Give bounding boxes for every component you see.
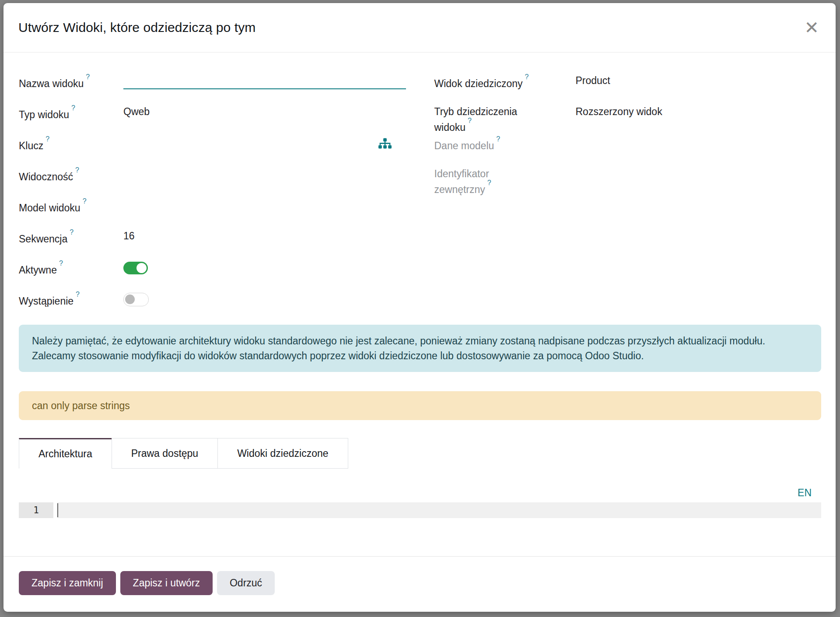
save-and-new-button[interactable]: Zapisz i utwórz bbox=[120, 571, 213, 595]
occurrence-label: Wystąpienie? bbox=[19, 291, 123, 308]
help-icon[interactable]: ? bbox=[468, 117, 472, 124]
tab-access-rights[interactable]: Prawa dostępu bbox=[112, 438, 218, 469]
field-row-inherited-view: Widok dziedziczony? Product bbox=[434, 74, 822, 105]
field-row-external-id: Identyfikator zewnętrzny? bbox=[434, 167, 822, 198]
warning-alert-text: can only parse strings bbox=[32, 400, 808, 412]
label-text: Typ widoku bbox=[19, 109, 69, 120]
field-row-view-type: Typ widoku? Qweb bbox=[19, 105, 406, 136]
tab-architecture[interactable]: Architektura bbox=[19, 438, 112, 469]
view-name-value bbox=[123, 74, 406, 89]
label-text: Sekwencja bbox=[19, 233, 67, 245]
label-text: Widoczność bbox=[19, 171, 73, 182]
dialog-title: Utwórz Widoki, które odziedziczą po tym bbox=[18, 20, 256, 35]
help-icon[interactable]: ? bbox=[59, 259, 63, 267]
key-label: Klucz? bbox=[19, 136, 123, 152]
help-icon[interactable]: ? bbox=[46, 135, 49, 143]
help-icon[interactable]: ? bbox=[487, 179, 491, 186]
model-data-value bbox=[576, 136, 822, 137]
model-data-label: Dane modelu? bbox=[434, 136, 576, 152]
view-model-value bbox=[123, 198, 406, 199]
dialog-footer: Zapisz i zamknij Zapisz i utwórz Odrzuć bbox=[4, 556, 836, 612]
toggle-knob bbox=[136, 263, 147, 273]
warning-alert: can only parse strings bbox=[19, 391, 821, 420]
field-row-inheritance-mode: Tryb dziedziczenia widoku? Rozszerzony w… bbox=[434, 105, 822, 136]
visibility-label: Widoczność? bbox=[19, 167, 123, 183]
help-icon[interactable]: ? bbox=[71, 104, 75, 112]
inheritance-mode-label: Tryb dziedziczenia widoku? bbox=[434, 105, 576, 134]
discard-button[interactable]: Odrzuć bbox=[217, 571, 275, 595]
inheritance-mode-value[interactable]: Rozszerzony widok bbox=[576, 105, 822, 118]
field-row-occurrence: Wystąpienie? bbox=[19, 291, 406, 322]
label-text: Identyfikator zewnętrzny bbox=[434, 168, 489, 195]
visibility-value bbox=[123, 167, 406, 168]
field-row-view-model: Model widoku? bbox=[19, 198, 406, 229]
view-name-input[interactable] bbox=[123, 74, 406, 89]
view-type-label: Typ widoku? bbox=[19, 105, 123, 121]
code-editor[interactable]: 1 bbox=[19, 502, 821, 518]
label-text: Nazwa widoku bbox=[19, 78, 84, 89]
field-row-sequence: Sekwencja? 16 bbox=[19, 229, 406, 260]
label-text: Dane modelu bbox=[434, 140, 494, 151]
sequence-value: 16 bbox=[123, 229, 406, 242]
dialog-header: Utwórz Widoki, które odziedziczą po tym … bbox=[4, 3, 836, 53]
form-grid: Nazwa widoku? Typ widoku? Qweb Klucz? bbox=[19, 74, 821, 322]
active-toggle[interactable] bbox=[123, 262, 148, 274]
view-name-label: Nazwa widoku? bbox=[19, 74, 123, 90]
save-and-close-button[interactable]: Zapisz i zamknij bbox=[19, 571, 116, 595]
editor-line-content[interactable] bbox=[57, 502, 821, 518]
field-row-model-data: Dane modelu? bbox=[434, 136, 822, 167]
label-text: Widok dziedziczony bbox=[434, 78, 523, 89]
help-icon[interactable]: ? bbox=[525, 73, 528, 81]
key-value bbox=[123, 136, 406, 152]
label-text: Wystąpienie bbox=[19, 295, 74, 307]
label-text: Tryb dziedziczenia widoku bbox=[434, 106, 518, 133]
field-row-key: Klucz? bbox=[19, 136, 406, 167]
help-icon[interactable]: ? bbox=[496, 135, 500, 143]
occurrence-value bbox=[123, 291, 406, 306]
close-icon[interactable]: ✕ bbox=[802, 19, 821, 36]
sitemap-icon[interactable] bbox=[377, 137, 393, 152]
view-model-label: Model widoku? bbox=[19, 198, 123, 214]
help-icon[interactable]: ? bbox=[76, 291, 80, 298]
help-icon[interactable]: ? bbox=[83, 197, 87, 205]
inherited-view-value[interactable]: Product bbox=[576, 74, 822, 87]
dialog-body: Nazwa widoku? Typ widoku? Qweb Klucz? bbox=[4, 53, 836, 556]
editor-line-number: 1 bbox=[19, 502, 53, 518]
help-icon[interactable]: ? bbox=[70, 228, 74, 236]
label-text: Klucz bbox=[19, 140, 43, 151]
form-column-left: Nazwa widoku? Typ widoku? Qweb Klucz? bbox=[19, 74, 406, 322]
form-column-right: Widok dziedziczony? Product Tryb dziedzi… bbox=[434, 74, 822, 322]
editor-caret bbox=[57, 503, 58, 517]
field-row-active: Aktywne? bbox=[19, 260, 406, 291]
external-id-value bbox=[576, 167, 822, 168]
toggle-knob bbox=[125, 294, 135, 304]
info-alert-line2: Zalecamy stosowanie modyfikacji do widok… bbox=[32, 348, 808, 363]
label-text: Model widoku bbox=[19, 202, 80, 214]
label-text: Aktywne bbox=[19, 264, 57, 276]
occurrence-toggle[interactable] bbox=[123, 293, 149, 306]
create-inherited-views-dialog: Utwórz Widoki, które odziedziczą po tym … bbox=[4, 3, 836, 612]
active-label: Aktywne? bbox=[19, 260, 123, 277]
view-type-value: Qweb bbox=[123, 105, 406, 118]
editor-language-badge[interactable]: EN bbox=[19, 487, 821, 498]
active-value bbox=[123, 260, 406, 274]
info-alert: Należy pamiętać, że edytowanie architekt… bbox=[19, 325, 821, 372]
inherited-view-label: Widok dziedziczony? bbox=[434, 74, 576, 90]
sequence-label: Sekwencja? bbox=[19, 229, 123, 245]
tab-inherited-views[interactable]: Widoki dziedziczone bbox=[217, 438, 348, 469]
help-icon[interactable]: ? bbox=[75, 166, 79, 174]
field-row-visibility: Widoczność? bbox=[19, 167, 406, 198]
field-row-view-name: Nazwa widoku? bbox=[19, 74, 406, 105]
notebook-tabs: Architektura Prawa dostępu Widoki dziedz… bbox=[19, 438, 821, 469]
info-alert-line1: Należy pamiętać, że edytowanie architekt… bbox=[32, 333, 808, 348]
help-icon[interactable]: ? bbox=[86, 73, 90, 81]
external-id-label: Identyfikator zewnętrzny? bbox=[434, 167, 576, 196]
